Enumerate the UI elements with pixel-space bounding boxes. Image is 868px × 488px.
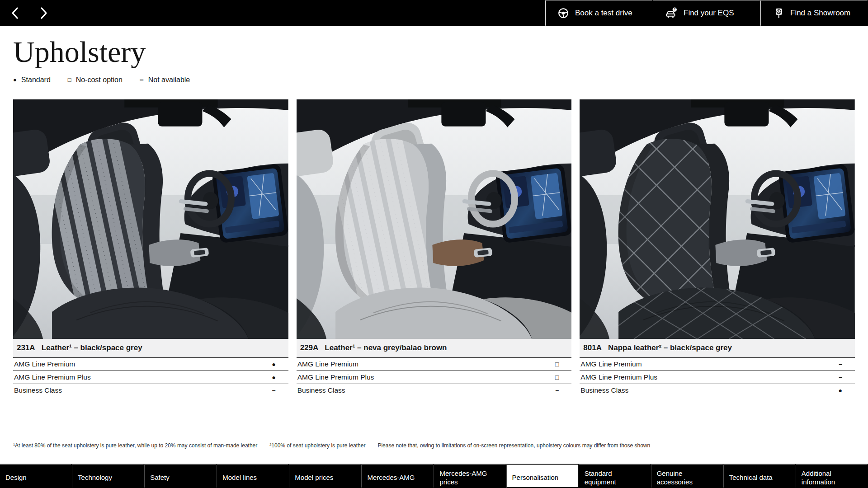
tab-safety[interactable]: Safety — [144, 464, 217, 488]
standard-symbol: ● — [13, 76, 17, 83]
trim-label: AMG Line Premium — [13, 360, 75, 368]
find-your-eqs-button[interactable]: ? Find your EQS — [653, 0, 760, 26]
tab-personalisation[interactable]: Personalisation — [506, 464, 579, 488]
book-test-drive-button[interactable]: Book a test drive — [545, 0, 653, 26]
table-row: Business Class – — [297, 384, 572, 397]
main-content: Upholstery ● Standard □ No-cost option –… — [0, 35, 868, 449]
availability-symbol: ● — [272, 374, 288, 381]
legend-item-not-available: – Not available — [140, 76, 190, 84]
tab-genuine-accessories[interactable]: Genuine accessories — [651, 464, 723, 488]
availability-table: AMG Line Premium □ AMG Line Premium Plus… — [297, 357, 572, 397]
upholstery-name: Nappa leather² – black/space grey — [608, 343, 732, 352]
legend-item-no-cost-option: □ No-cost option — [68, 76, 123, 84]
availability-table: AMG Line Premium ● AMG Line Premium Plus… — [13, 357, 288, 397]
tab-mercedes-amg-prices[interactable]: Mercedes-AMG prices — [434, 464, 506, 488]
upholstery-code: 229A — [300, 343, 319, 352]
upholstery-card-801a: 801A Nappa leather² – black/space grey A… — [580, 99, 855, 397]
trim-label: AMG Line Premium Plus — [297, 373, 374, 381]
svg-text:?: ? — [674, 8, 675, 11]
not-available-symbol: – — [140, 76, 144, 84]
tab-technology[interactable]: Technology — [72, 464, 144, 488]
upholstery-code: 801A — [583, 343, 602, 352]
availability-symbol: ● — [839, 387, 855, 394]
page-title: Upholstery — [13, 35, 855, 69]
legend-standard-label: Standard — [21, 76, 51, 84]
table-row: AMG Line Premium ● — [13, 358, 288, 371]
availability-legend: ● Standard □ No-cost option – Not availa… — [13, 76, 855, 84]
availability-symbol: – — [272, 387, 288, 394]
trim-label: Business Class — [580, 386, 628, 394]
footnote-1: ¹At least 80% of the seat upholstery is … — [13, 442, 257, 449]
trim-label: AMG Line Premium — [297, 360, 359, 368]
upholstery-name: Leather¹ – neva grey/balao brown — [325, 343, 447, 352]
legend-no-cost-label: No-cost option — [76, 76, 123, 84]
tab-model-lines[interactable]: Model lines — [217, 464, 289, 488]
find-showroom-button[interactable]: Find a Showroom — [760, 0, 868, 26]
table-row: AMG Line Premium Plus – — [580, 371, 855, 384]
upholstery-code: 231A — [17, 343, 35, 352]
upholstery-card-231a: 231A Leather¹ – black/space grey AMG Lin… — [13, 99, 288, 397]
upholstery-caption: 231A Leather¹ – black/space grey — [13, 339, 288, 357]
upholstery-cards: 231A Leather¹ – black/space grey AMG Lin… — [13, 99, 855, 397]
trim-label: AMG Line Premium Plus — [13, 373, 91, 381]
interior-photo-231a — [13, 99, 288, 339]
availability-symbol: – — [839, 361, 855, 368]
table-row: AMG Line Premium Plus ● — [13, 371, 288, 384]
table-row: Business Class ● — [580, 384, 855, 397]
find-showroom-label: Find a Showroom — [790, 9, 850, 18]
legend-not-available-label: Not available — [148, 76, 190, 84]
availability-table: AMG Line Premium – AMG Line Premium Plus… — [580, 357, 855, 397]
tab-technical-data[interactable]: Technical data — [723, 464, 796, 488]
showroom-sign-icon — [773, 7, 784, 19]
top-bar: Book a test drive ? Find your EQS Find a… — [0, 0, 868, 26]
tab-standard-equipment[interactable]: Standard equipment — [579, 464, 651, 488]
trim-label: Business Class — [13, 386, 62, 394]
chevron-right-icon — [39, 6, 49, 20]
availability-symbol: □ — [555, 374, 571, 381]
table-row: Business Class – — [13, 384, 288, 397]
footnote-2: ²100% of seat upholstery is pure leather — [269, 442, 365, 449]
availability-symbol: ● — [272, 361, 288, 368]
upholstery-name: Leather¹ – black/space grey — [42, 343, 142, 352]
legend-item-standard: ● Standard — [13, 76, 51, 84]
table-row: AMG Line Premium □ — [297, 358, 572, 371]
chevron-left-icon — [10, 6, 20, 20]
tab-mercedes-amg[interactable]: Mercedes-AMG — [361, 464, 434, 488]
footnote-3: Please note that, owing to limitations o… — [377, 442, 650, 449]
table-row: AMG Line Premium – — [580, 358, 855, 371]
tab-design[interactable]: Design — [0, 464, 72, 488]
table-row: AMG Line Premium Plus □ — [297, 371, 572, 384]
trim-label: AMG Line Premium — [580, 360, 642, 368]
upholstery-card-229a: 229A Leather¹ – neva grey/balao brown AM… — [297, 99, 572, 397]
availability-symbol: – — [839, 374, 855, 381]
interior-photo-229a — [297, 99, 572, 339]
section-tab-bar: Design Technology Safety Model lines Mod… — [0, 464, 868, 488]
tab-additional-information[interactable]: Additional information — [796, 464, 868, 488]
prev-page-button[interactable] — [10, 6, 20, 20]
car-question-icon: ? — [665, 7, 678, 19]
upholstery-caption: 229A Leather¹ – neva grey/balao brown — [297, 339, 572, 357]
book-test-drive-label: Book a test drive — [575, 9, 632, 18]
availability-symbol: – — [556, 387, 572, 394]
find-your-eqs-label: Find your EQS — [684, 9, 734, 18]
tab-model-prices[interactable]: Model prices — [289, 464, 361, 488]
next-page-button[interactable] — [39, 6, 49, 20]
trim-label: AMG Line Premium Plus — [580, 373, 657, 381]
steering-wheel-icon — [557, 7, 569, 19]
footnotes: ¹At least 80% of the seat upholstery is … — [13, 442, 855, 449]
trim-label: Business Class — [297, 386, 345, 394]
availability-symbol: □ — [555, 361, 571, 368]
upholstery-caption: 801A Nappa leather² – black/space grey — [580, 339, 855, 357]
interior-photo-801a — [580, 99, 855, 339]
no-cost-option-symbol: □ — [68, 76, 71, 83]
